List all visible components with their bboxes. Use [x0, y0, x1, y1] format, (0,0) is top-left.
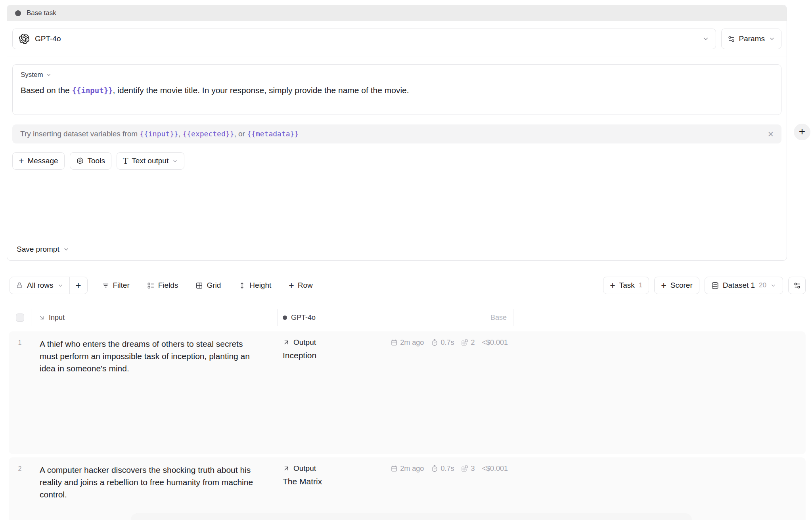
panel-footer: Save prompt: [7, 238, 787, 260]
add-message-button[interactable]: + Message: [12, 152, 65, 170]
tools-button[interactable]: Tools: [70, 152, 111, 170]
cost: <$0.001: [482, 465, 508, 473]
model-dot-icon: [283, 315, 287, 320]
height-label: Height: [249, 281, 271, 290]
add-task-fab-button[interactable]: +: [794, 124, 810, 140]
prompt-text-after: , identify the movie title. In your resp…: [113, 86, 409, 95]
input-cell[interactable]: A thief who enters the dreams of others …: [31, 331, 278, 454]
table-settings-button[interactable]: [788, 277, 806, 294]
expected-variable-token: {{expected}}: [182, 130, 234, 138]
rows-scope-control: All rows +: [10, 277, 88, 294]
chevron-down-icon: [172, 158, 178, 164]
metadata-variable-token: {{metadata}}: [247, 130, 299, 138]
model-select[interactable]: GPT-4o: [12, 29, 716, 49]
cost: <$0.001: [482, 338, 508, 347]
variant-label: Base: [490, 314, 507, 322]
chevron-down-icon: [63, 246, 69, 252]
output-label: Output: [293, 338, 316, 347]
tokens-icon: [461, 465, 468, 472]
filter-label: Filter: [113, 281, 130, 290]
plus-icon: +: [289, 281, 294, 290]
fields-icon: [147, 282, 155, 289]
lock-icon: [16, 282, 23, 289]
row-index: 1: [9, 331, 31, 454]
add-message-label: Message: [27, 157, 58, 165]
all-rows-select[interactable]: All rows: [10, 277, 69, 294]
role-label: System: [21, 71, 43, 79]
table-rows: 1 A thief who enters the dreams of other…: [9, 331, 806, 520]
model-column-label: GPT-4o: [291, 314, 316, 322]
token-count: 3: [461, 465, 475, 473]
chevron-down-icon: [769, 36, 775, 42]
fields-button[interactable]: Fields: [142, 277, 184, 294]
task-count-badge: 1: [639, 281, 642, 289]
message-role-select[interactable]: System: [21, 71, 52, 79]
plus-icon: +: [610, 281, 615, 290]
duration: 0.7s: [431, 338, 454, 347]
close-icon[interactable]: ×: [768, 129, 774, 139]
arrow-down-right-icon: [38, 314, 45, 321]
chevron-down-icon: [702, 35, 709, 42]
column-header-model[interactable]: GPT-4o Base: [278, 309, 513, 326]
model-row: GPT-4o Params: [7, 21, 787, 57]
column-header-input[interactable]: Input: [31, 309, 278, 326]
row-index: 2: [9, 457, 31, 520]
dataset-select[interactable]: Dataset 1 20: [705, 277, 783, 294]
add-task-button[interactable]: + Task 1: [603, 277, 649, 294]
grid-button[interactable]: Grid: [190, 277, 226, 294]
view-controls: Filter Fields Grid Height: [96, 277, 318, 294]
input-column-label: Input: [49, 314, 65, 322]
output-cell[interactable]: Output 2m ago 0.7: [278, 457, 513, 520]
results-table-section: All rows + Filter Fields: [0, 277, 812, 520]
text-output-button[interactable]: T Text output: [117, 152, 184, 170]
add-scorer-button[interactable]: + Scorer: [654, 277, 699, 294]
table-toolbar-right: + Task 1 + Scorer Dataset 1 20: [603, 277, 806, 294]
floating-bar-peek: [131, 513, 692, 520]
token-count: 2: [461, 338, 475, 347]
output-label: Output: [293, 464, 316, 473]
openai-logo-icon: [19, 34, 29, 44]
calendar-icon: [391, 465, 398, 472]
input-variable-token: {{input}}: [72, 86, 113, 95]
output-value: Inception: [283, 351, 508, 360]
prompt-panel: Base task GPT-4o Params System: [7, 5, 787, 261]
timestamp: 2m ago: [391, 465, 424, 473]
save-prompt-label: Save prompt: [17, 245, 59, 254]
add-task-label: Task: [619, 281, 635, 290]
prompt-textarea[interactable]: Based on the {{input}}, identify the mov…: [21, 86, 773, 95]
stopwatch-icon: [431, 339, 438, 346]
plus-icon: +: [19, 157, 24, 166]
model-name: GPT-4o: [35, 34, 61, 43]
hint-text: Try inserting dataset variables from {{i…: [20, 130, 299, 138]
table-row: 1 A thief who enters the dreams of other…: [9, 331, 806, 454]
input-cell[interactable]: A computer hacker discovers the shocking…: [31, 457, 278, 520]
fields-label: Fields: [158, 281, 178, 290]
all-rows-label: All rows: [27, 281, 54, 290]
table-toolbar: All rows + Filter Fields: [0, 277, 812, 294]
run-metadata: 2m ago 0.7s 2: [391, 338, 508, 347]
table-row: 2 A computer hacker discovers the shocki…: [9, 457, 806, 520]
filter-button[interactable]: Filter: [96, 277, 135, 294]
grid-label: Grid: [207, 281, 221, 290]
add-scope-button[interactable]: +: [70, 277, 87, 294]
row-height-button[interactable]: Height: [233, 277, 277, 294]
params-label: Params: [739, 34, 765, 43]
grid-icon: [195, 282, 203, 289]
tools-label: Tools: [88, 157, 105, 165]
select-all-checkbox[interactable]: [16, 314, 24, 322]
save-prompt-button[interactable]: Save prompt: [17, 245, 69, 254]
duration: 0.7s: [431, 465, 454, 473]
task-title: Base task: [27, 9, 56, 17]
text-type-icon: T: [123, 157, 128, 165]
output-cell[interactable]: Output 2m ago 0.7: [278, 331, 513, 454]
table-header: Input GPT-4o Base: [9, 309, 810, 326]
stopwatch-icon: [431, 465, 438, 472]
task-titlebar: Base task: [7, 5, 787, 21]
dataset-count-badge: 20: [759, 281, 766, 289]
system-message-editor[interactable]: System Based on the {{input}}, identify …: [12, 64, 781, 115]
add-row-button[interactable]: + Row: [283, 277, 318, 294]
params-button[interactable]: Params: [721, 29, 781, 49]
chevron-down-icon: [46, 72, 52, 78]
calendar-icon: [391, 339, 398, 346]
input-variable-token: {{input}}: [140, 130, 178, 138]
